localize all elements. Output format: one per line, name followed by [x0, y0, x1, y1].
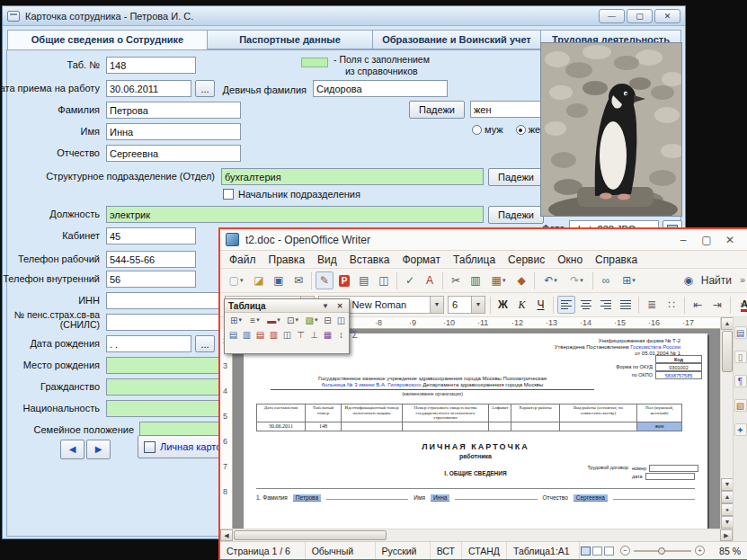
styles-icon[interactable]: ¶	[734, 375, 747, 387]
multi-page-view-icon[interactable]	[592, 547, 602, 556]
maiden-name-input[interactable]	[313, 80, 448, 97]
close-button[interactable]: ✕	[654, 9, 680, 23]
employee-tab-2[interactable]: Паспортные данные	[207, 30, 373, 49]
menu-item-6[interactable]: Таблица	[447, 253, 502, 267]
table-sort-icon[interactable]: ↕	[334, 328, 348, 341]
justify-icon[interactable]	[617, 296, 635, 314]
zoom-percent[interactable]: 85 %	[710, 542, 747, 559]
optimize-table-icon[interactable]: ◫	[280, 328, 294, 341]
status-insert-mode[interactable]: ВСТ	[431, 542, 462, 559]
palette-close-icon[interactable]: ✕	[334, 302, 345, 310]
zoom-slider[interactable]: − +	[620, 546, 705, 556]
font-size-combo[interactable]: 6▼	[448, 296, 485, 314]
hire-date-input[interactable]	[106, 80, 191, 97]
head-of-department-checkbox[interactable]: Начальник подразделения	[223, 189, 360, 200]
bold-button[interactable]: Ж	[494, 297, 511, 314]
room-input[interactable]	[106, 227, 196, 244]
italic-button[interactable]: К	[513, 297, 530, 314]
delete-column-icon[interactable]: ▥	[267, 328, 280, 341]
gallery-icon[interactable]: ▧	[734, 399, 747, 412]
copy-icon[interactable]: ▥	[467, 271, 485, 289]
line-color-icon[interactable]: ▬▾	[264, 314, 283, 326]
zoom-out-icon[interactable]: −	[620, 546, 630, 556]
menu-item-4[interactable]: Вставка	[343, 253, 396, 267]
palette-menu-icon[interactable]: ▼	[320, 302, 331, 310]
scroll-left-icon[interactable]: ◀	[220, 529, 233, 541]
position-cases-button[interactable]: Падежи	[488, 206, 544, 224]
sum-icon[interactable]: Σ	[348, 328, 361, 341]
horizontal-scroll-thumb[interactable]	[234, 530, 387, 540]
employee-tab-3[interactable]: Образование и Воинский учет	[372, 30, 541, 49]
status-selection-mode[interactable]: СТАНД	[462, 542, 507, 559]
surname-input[interactable]	[106, 102, 241, 119]
birth-date-input[interactable]	[106, 335, 191, 352]
book-view-icon[interactable]	[604, 547, 614, 556]
chevron-down-icon[interactable]: ▼	[471, 297, 485, 313]
insert-hyperlink-icon[interactable]: ∞	[597, 271, 615, 289]
merge-cells-icon[interactable]: ⊟	[321, 314, 334, 326]
internal-phone-input[interactable]	[106, 271, 196, 288]
increase-indent-icon[interactable]: ⇥	[708, 296, 726, 314]
zoom-slider-thumb[interactable]	[658, 547, 665, 555]
numbered-list-icon[interactable]: ≣	[643, 296, 661, 314]
menu-item-9[interactable]: Справка	[589, 253, 644, 267]
hire-date-browse-button[interactable]: ...	[195, 80, 215, 97]
undo-icon[interactable]: ↶▾	[538, 271, 563, 289]
vertical-scrollbar[interactable]: ▲ ▼ ▲ ● ▼	[720, 317, 733, 529]
department-cases-button[interactable]: Падежи	[488, 168, 544, 186]
menu-item-3[interactable]: Вид	[311, 253, 343, 267]
print-file-icon[interactable]: ▤	[355, 271, 373, 289]
chevron-down-icon[interactable]: ▼	[430, 297, 443, 313]
underline-button[interactable]: Ч	[532, 297, 549, 314]
menu-item-7[interactable]: Сервис	[502, 253, 551, 267]
scroll-up-icon[interactable]: ▲	[721, 317, 734, 330]
scroll-right-icon[interactable]: ▶	[720, 529, 733, 541]
align-right-icon[interactable]	[597, 296, 615, 314]
previous-record-button[interactable]: ◀	[60, 440, 84, 459]
properties-icon[interactable]: ▤	[734, 326, 747, 339]
birth-date-browse-button[interactable]: ...	[195, 335, 215, 352]
minimize-button[interactable]: —	[599, 9, 625, 23]
writer-titlebar[interactable]: t2.doc - OpenOffice Writer – ▢ ✕	[220, 229, 747, 251]
writer-maximize-button[interactable]: ▢	[695, 234, 718, 246]
name-cases-button[interactable]: Падежи	[409, 101, 465, 119]
toolbar-overflow-icon[interactable]: »	[740, 298, 745, 309]
next-page-icon[interactable]: ▼	[721, 516, 734, 529]
insert-table-icon[interactable]: ⊞▾	[617, 271, 641, 289]
position-input[interactable]	[106, 206, 484, 223]
first-name-input[interactable]	[106, 123, 241, 140]
menu-item-1[interactable]: Файл	[223, 253, 262, 267]
edit-file-icon[interactable]: ✎	[316, 271, 333, 289]
status-page[interactable]: Страница 1 / 6	[220, 542, 306, 559]
document-page[interactable]: Унифицированная форма № Т-2 Утверждена П…	[244, 333, 707, 529]
next-record-button[interactable]: ▶	[86, 440, 111, 459]
line-style-icon[interactable]: ≡▾	[245, 314, 264, 326]
delete-row-icon[interactable]: ▤	[253, 328, 267, 341]
navigation-dot-icon[interactable]: ●	[721, 503, 734, 516]
autoformat-table-icon[interactable]: ▦	[321, 328, 334, 341]
maximize-button[interactable]: ▢	[627, 9, 653, 23]
writer-minimize-button[interactable]: –	[671, 234, 695, 246]
page-preview-icon[interactable]: ◫	[375, 271, 393, 289]
save-document-icon[interactable]: ▣	[270, 271, 288, 289]
toolbar-overflow-icon[interactable]: »	[740, 274, 745, 285]
align-top-icon[interactable]: ⊤	[294, 328, 307, 341]
table-background-icon[interactable]: ▨▾	[302, 314, 321, 326]
paste-icon[interactable]: ▦▾	[486, 271, 511, 289]
insert-table-icon[interactable]: ⊞▾	[227, 314, 245, 326]
employee-window-titlebar[interactable]: Карточка сотрудника - Петрова И. С. — ▢ …	[3, 6, 685, 26]
bulleted-list-icon[interactable]: ∷	[663, 296, 680, 314]
single-page-view-icon[interactable]	[581, 547, 591, 556]
align-center-icon[interactable]	[577, 296, 595, 314]
redo-icon[interactable]: ↷▾	[565, 271, 589, 289]
borders-icon[interactable]: ⊡▾	[283, 314, 302, 326]
gender-male-radio[interactable]: муж	[472, 124, 503, 135]
spellcheck-icon[interactable]: ✓	[401, 271, 419, 289]
status-page-style[interactable]: Обычный	[306, 542, 376, 559]
menu-item-5[interactable]: Формат	[396, 253, 447, 267]
find-label[interactable]: Найти	[701, 274, 732, 287]
clone-formatting-icon[interactable]: ◆	[512, 271, 530, 289]
patronymic-input[interactable]	[106, 145, 241, 162]
export-pdf-icon[interactable]: P	[335, 271, 353, 289]
align-left-icon[interactable]	[557, 296, 575, 314]
